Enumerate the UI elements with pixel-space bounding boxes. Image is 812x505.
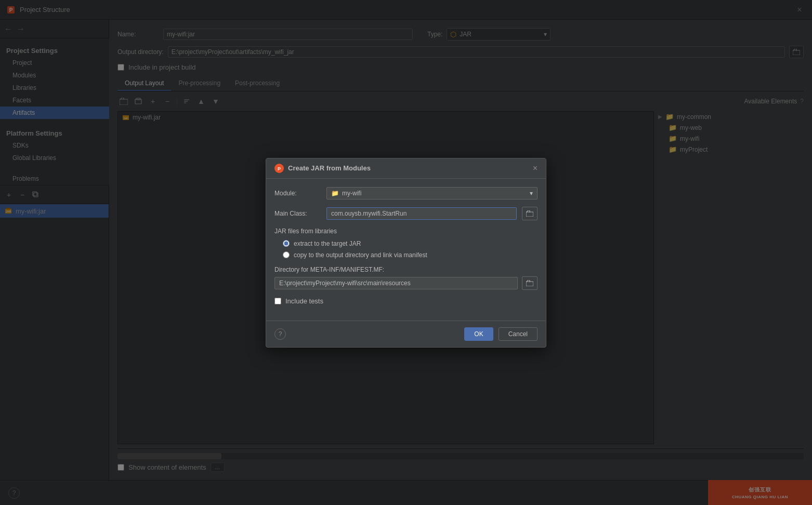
- radio-group: extract to the target JAR copy to the ou…: [283, 240, 538, 259]
- main-class-input[interactable]: [326, 207, 517, 220]
- meta-inf-dir-input[interactable]: [274, 277, 518, 289]
- radio-extract-row: extract to the target JAR: [283, 240, 538, 247]
- radio-extract[interactable]: [283, 240, 290, 247]
- include-tests-row: Include tests: [274, 297, 538, 305]
- module-select[interactable]: 📁 my-wifi ▾: [326, 187, 538, 200]
- module-label: Module:: [274, 190, 321, 197]
- include-tests-label: Include tests: [285, 297, 323, 305]
- svg-rect-19: [526, 282, 533, 286]
- meta-inf-label: Directory for META-INF/MANIFEST.MF:: [274, 266, 538, 273]
- modal-overlay: P Create JAR from Modules × Module: 📁 my…: [0, 0, 812, 505]
- module-row: Module: 📁 my-wifi ▾: [274, 187, 538, 200]
- modal-help-button[interactable]: ?: [274, 328, 286, 340]
- modal-close-button[interactable]: ×: [533, 164, 538, 172]
- svg-rect-18: [526, 212, 533, 217]
- meta-inf-section: Directory for META-INF/MANIFEST.MF:: [274, 266, 538, 290]
- svg-text:P: P: [278, 166, 281, 171]
- radio-copy-row: copy to the output directory and link vi…: [283, 251, 538, 259]
- jar-files-section-title: JAR files from libraries: [274, 228, 538, 235]
- include-tests-checkbox[interactable]: [274, 298, 281, 304]
- modal-title-bar: P Create JAR from Modules ×: [266, 158, 546, 179]
- radio-copy-label: copy to the output directory and link vi…: [294, 251, 427, 259]
- radio-copy[interactable]: [283, 251, 290, 258]
- modal-icon: P: [274, 164, 284, 173]
- radio-extract-label: extract to the target JAR: [294, 240, 361, 247]
- modal-footer: ? OK Cancel: [266, 321, 546, 347]
- modal-cancel-button[interactable]: Cancel: [499, 327, 538, 341]
- module-select-arrow: ▾: [530, 190, 533, 197]
- modal-title: Create JAR from Modules: [288, 164, 371, 172]
- module-value: my-wifi: [342, 190, 361, 197]
- modal-body: Module: 📁 my-wifi ▾ Main Class:: [266, 179, 546, 321]
- meta-inf-browse-button[interactable]: [522, 276, 538, 290]
- module-icon: 📁: [331, 190, 339, 197]
- main-class-row: Main Class:: [274, 207, 538, 220]
- meta-inf-dir-row: [274, 276, 538, 290]
- main-class-label: Main Class:: [274, 210, 321, 217]
- create-jar-modal: P Create JAR from Modules × Module: 📁 my…: [266, 158, 546, 348]
- main-class-browse-button[interactable]: [522, 207, 538, 220]
- modal-ok-button[interactable]: OK: [464, 327, 493, 341]
